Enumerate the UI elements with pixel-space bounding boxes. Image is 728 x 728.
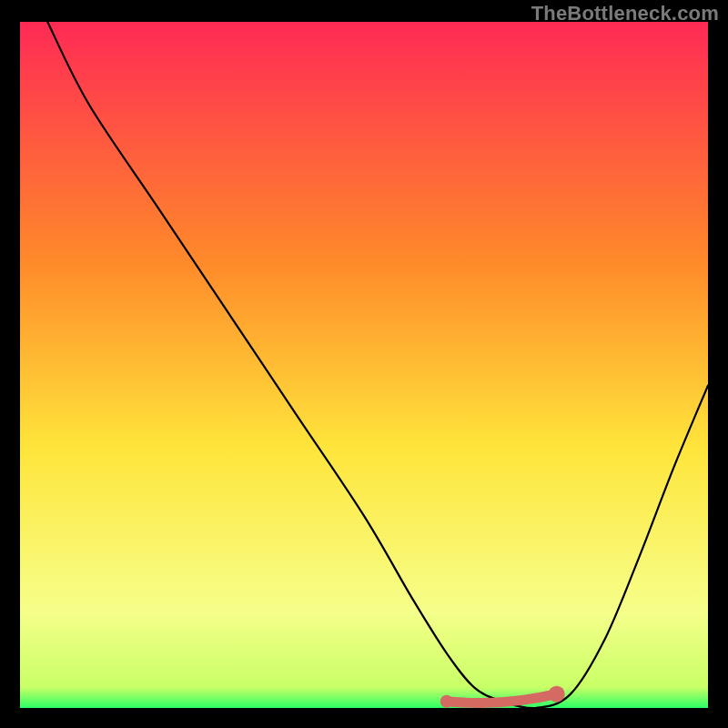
svg-point-1 (440, 695, 453, 708)
chart-frame: TheBottleneck.com (0, 0, 728, 728)
svg-point-2 (549, 686, 565, 703)
optimal-region-marker (20, 22, 708, 708)
watermark-label: TheBottleneck.com (531, 2, 719, 25)
plot-area (20, 22, 708, 708)
